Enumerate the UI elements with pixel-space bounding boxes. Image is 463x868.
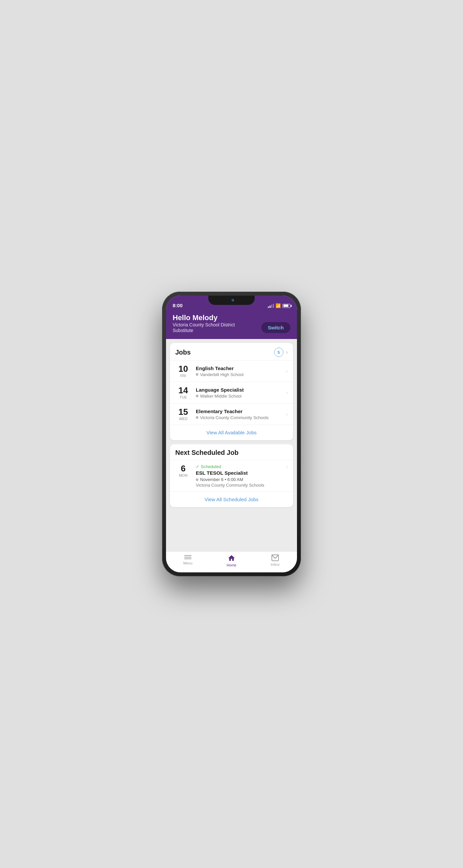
nav-home-label: Home xyxy=(227,563,236,567)
menu-icon xyxy=(184,554,192,560)
check-icon: ✓ xyxy=(196,464,199,469)
job-date-day: WED xyxy=(175,417,191,421)
signal-icon xyxy=(268,304,274,308)
job-title: English Teacher xyxy=(196,366,286,371)
scheduled-job-date: 6 MON xyxy=(175,464,191,477)
job-item[interactable]: 14 TUE Language Specialist Walker Middle… xyxy=(170,382,293,403)
nav-item-menu[interactable]: Menu xyxy=(166,554,210,567)
scheduled-date-number: 6 xyxy=(175,464,191,473)
scheduled-job-info: ✓ Scheduled ESL TESOL Specialist Novembe… xyxy=(191,464,286,488)
phone-frame: 8:00 📶 Hello Melody Victoria County Sc xyxy=(162,292,301,576)
scheduled-card-header: Next Scheduled Job xyxy=(170,444,293,460)
jobs-chevron-icon[interactable]: › xyxy=(286,349,288,355)
jobs-card: Jobs 5 › 10 FRI English Teacher xyxy=(170,343,293,440)
job-date: 14 TUE xyxy=(175,386,191,399)
jobs-count-badge: 5 xyxy=(274,348,284,357)
home-icon xyxy=(228,554,235,562)
job-date-day: FRI xyxy=(175,374,191,378)
scheduled-job-card: Next Scheduled Job 6 MON ✓ Scheduled ESL… xyxy=(170,444,293,507)
job-info: Elementary Teacher Victoria County Commu… xyxy=(191,408,286,420)
location-dot-icon xyxy=(196,416,198,419)
notch-camera xyxy=(232,299,234,302)
nav-item-home[interactable]: Home xyxy=(210,554,253,567)
scheduled-job-title: ESL TESOL Specialist xyxy=(196,470,286,476)
job-item[interactable]: 10 FRI English Teacher Vanderbilt High S… xyxy=(170,360,293,382)
job-date-number: 14 xyxy=(175,386,191,395)
scheduled-status: ✓ Scheduled xyxy=(196,464,286,469)
job-info: English Teacher Vanderbilt High School xyxy=(191,366,286,377)
jobs-card-title: Jobs xyxy=(175,349,191,356)
jobs-card-header: Jobs 5 › xyxy=(170,343,293,360)
view-all-jobs[interactable]: View All Available Jobs xyxy=(170,425,293,440)
scheduled-school: Victoria County Community Schools xyxy=(196,483,286,488)
nav-inbox-label: Inbox xyxy=(271,562,280,566)
scheduled-date-day: MON xyxy=(175,473,191,477)
location-dot-icon xyxy=(196,395,198,397)
job-title: Elementary Teacher xyxy=(196,408,286,414)
phone-notch xyxy=(208,296,255,305)
battery-icon xyxy=(283,304,290,308)
status-time: 8:00 xyxy=(173,303,183,308)
job-date: 15 WED xyxy=(175,407,191,421)
org-name: Victoria County School District xyxy=(173,322,235,328)
scheduled-chevron-icon: › xyxy=(286,464,288,469)
job-date-number: 10 xyxy=(175,365,191,373)
scheduled-job-item[interactable]: 6 MON ✓ Scheduled ESL TESOL Specialist N… xyxy=(170,460,293,492)
switch-button[interactable]: Switch xyxy=(261,322,290,333)
nav-menu-label: Menu xyxy=(183,561,193,565)
nav-item-inbox[interactable]: Inbox xyxy=(253,554,297,567)
job-location: Vanderbilt High School xyxy=(196,372,286,377)
job-location-text: Walker Middle School xyxy=(200,394,241,399)
inbox-icon xyxy=(271,554,279,561)
bottom-nav: Menu Home Inbox xyxy=(166,551,297,572)
scroll-content: Jobs 5 › 10 FRI English Teacher xyxy=(166,339,297,551)
app-header: Hello Melody Victoria County School Dist… xyxy=(166,310,297,339)
location-dot-icon xyxy=(196,373,198,376)
scheduled-status-text: Scheduled xyxy=(201,464,221,469)
job-item[interactable]: 15 WED Elementary Teacher Victoria Count… xyxy=(170,403,293,425)
job-info: Language Specialist Walker Middle School xyxy=(191,387,286,399)
job-location-text: Vanderbilt High School xyxy=(200,372,243,377)
job-date-number: 15 xyxy=(175,407,191,416)
greeting-text: Hello Melody xyxy=(173,313,218,322)
view-all-jobs-label[interactable]: View All Available Jobs xyxy=(206,430,257,435)
scheduled-card-title: Next Scheduled Job xyxy=(175,449,238,457)
view-all-scheduled[interactable]: View All Scheduled Jobs xyxy=(170,492,293,507)
job-title: Language Specialist xyxy=(196,387,286,393)
phone-screen: 8:00 📶 Hello Melody Victoria County Sc xyxy=(166,296,297,572)
job-location: Victoria County Community Schools xyxy=(196,415,286,420)
job-location: Walker Middle School xyxy=(196,394,286,399)
header-info: Victoria County School District Substitu… xyxy=(173,322,235,333)
view-all-scheduled-label[interactable]: View All Scheduled Jobs xyxy=(204,497,258,502)
jobs-header-right: 5 › xyxy=(274,348,288,357)
job-chevron-icon: › xyxy=(286,411,288,417)
time-dot-icon xyxy=(196,478,198,481)
scheduled-time: November 6 • 6:00 AM xyxy=(196,477,286,482)
scheduled-datetime: November 6 • 6:00 AM xyxy=(200,477,243,482)
job-chevron-icon: › xyxy=(286,390,288,395)
job-date-day: TUE xyxy=(175,395,191,399)
job-chevron-icon: › xyxy=(286,368,288,374)
job-date: 10 FRI xyxy=(175,365,191,378)
user-role: Substitute xyxy=(173,328,235,333)
job-location-text: Victoria County Community Schools xyxy=(200,415,269,420)
status-icons: 📶 xyxy=(268,303,290,308)
wifi-icon: 📶 xyxy=(275,303,281,308)
header-subtitle-row: Victoria County School District Substitu… xyxy=(173,322,290,333)
